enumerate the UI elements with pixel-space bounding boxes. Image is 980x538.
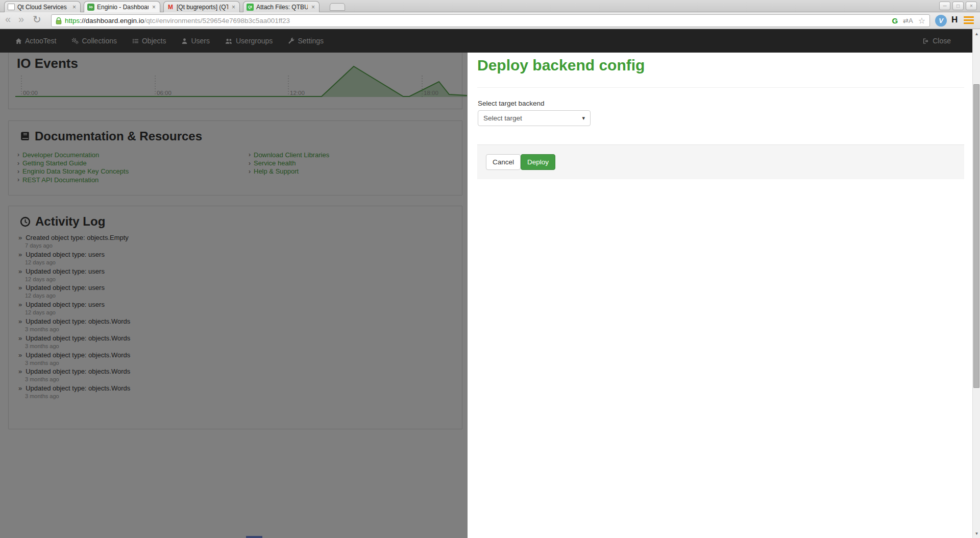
nav-label: Users — [191, 37, 210, 45]
tab-title: [Qt bugreports] (QTB — [177, 4, 228, 11]
close-window-button[interactable]: × — [966, 2, 977, 10]
new-tab-button[interactable] — [330, 3, 345, 11]
sign-out-icon — [923, 38, 929, 44]
nav-item-objects[interactable]: Objects — [132, 37, 166, 45]
maximize-button[interactable]: □ — [952, 2, 964, 10]
url-text: https://dashboard.engin.io/qtc#environme… — [65, 17, 887, 25]
browser-toolbar: « » ↻ https://dashboard.engin.io/qtc#env… — [0, 12, 980, 29]
select-value: Select target — [483, 114, 522, 122]
nav-label: Usergroups — [236, 37, 273, 45]
menu-icon[interactable] — [964, 16, 974, 26]
tab-close-icon[interactable]: × — [231, 4, 236, 11]
reload-icon[interactable]: ↻ — [33, 13, 41, 26]
nav-close-button[interactable]: Close — [923, 29, 951, 53]
nav-item-collections[interactable]: Collections — [71, 37, 116, 45]
nav-item-actootest[interactable]: ActooTest — [15, 37, 56, 45]
cogs-icon — [71, 37, 79, 44]
home-icon — [15, 38, 22, 44]
tab-title: Qt Cloud Services — [17, 4, 69, 11]
enginio-favicon-icon: io — [87, 4, 94, 11]
nav-label: ActooTest — [25, 37, 56, 45]
url-host: ://dashboard.engin.io — [80, 17, 144, 25]
gmail-favicon-icon: M — [167, 4, 174, 11]
tab-qt-cloud-services[interactable]: Qt Cloud Services × — [4, 1, 81, 12]
tab-title: Enginio - Dashboard — [97, 4, 149, 11]
minimize-button[interactable]: ─ — [939, 2, 950, 10]
scroll-down-icon[interactable]: ▼ — [973, 531, 980, 536]
tab-enginio-dashboard[interactable]: io Enginio - Dashboard × — [84, 1, 160, 12]
forward-icon[interactable]: » — [18, 13, 24, 25]
caret-down-icon: ▾ — [582, 115, 585, 121]
nav-item-usergroups[interactable]: Usergroups — [225, 37, 273, 45]
app-navbar: ActooTest Collections Objects Users — [0, 29, 972, 53]
nav-label: Settings — [298, 37, 324, 45]
target-backend-label: Select target backend — [478, 100, 545, 107]
tab-close-icon[interactable]: × — [151, 4, 157, 11]
tab-close-icon[interactable]: × — [71, 4, 77, 11]
deploy-button[interactable]: Deploy — [521, 154, 555, 170]
lock-icon — [56, 17, 62, 25]
tab-close-icon[interactable]: × — [310, 4, 316, 11]
url-path: /qtc#environments/529654e7698b3c5aa001ff… — [144, 17, 290, 25]
users-icon — [225, 38, 233, 44]
nav-item-users[interactable]: Users — [181, 37, 210, 45]
h-extension-icon[interactable]: H — [951, 15, 958, 25]
page-content: IO Events 00:00 06:00 12:00 18:00 — [0, 53, 980, 538]
tab-strip: Qt Cloud Services × io Enginio - Dashboa… — [0, 0, 980, 12]
nav-label: Objects — [142, 37, 166, 45]
cancel-button[interactable]: Cancel — [486, 154, 521, 170]
tab-qt-bugreports[interactable]: M [Qt bugreports] (QTB × — [163, 1, 240, 12]
modal-title: Deploy backend config — [477, 57, 645, 74]
back-icon[interactable]: « — [5, 13, 11, 25]
bookmark-star-icon[interactable]: ☆ — [918, 16, 925, 26]
nav-close-label: Close — [933, 37, 951, 45]
tab-title: Attach Files: QTBUG– — [256, 4, 308, 11]
scroll-up-icon[interactable]: ▲ — [973, 32, 980, 36]
qt-favicon-icon: Qt — [247, 4, 254, 11]
v-extension-icon[interactable]: V — [935, 15, 947, 27]
nav-label: Collections — [82, 37, 116, 45]
url-scheme: https — [65, 17, 80, 25]
address-bar[interactable]: https://dashboard.engin.io/qtc#environme… — [51, 14, 930, 27]
translate-icon[interactable]: ⇄A — [903, 17, 913, 25]
deploy-modal: Deploy backend config Select target back… — [468, 53, 972, 538]
g-extension-icon[interactable]: G — [892, 16, 898, 25]
divider — [477, 87, 964, 88]
bottom-scroll-indicator — [246, 536, 262, 538]
list-icon — [132, 38, 139, 44]
page-favicon-icon — [8, 4, 15, 10]
tab-attach-files[interactable]: Qt Attach Files: QTBUG– × — [243, 1, 320, 12]
wrench-icon — [288, 38, 295, 44]
browser-window: Qt Cloud Services × io Enginio - Dashboa… — [0, 0, 980, 538]
window-controls: ─ □ × — [939, 2, 977, 10]
modal-footer: Cancel Deploy — [477, 144, 964, 179]
vertical-scrollbar[interactable]: ▲ ▼ — [972, 29, 980, 538]
nav-item-settings[interactable]: Settings — [288, 37, 324, 45]
scrollbar-thumb[interactable] — [973, 84, 979, 388]
user-icon — [181, 38, 188, 44]
modal-backdrop — [0, 53, 468, 538]
target-backend-select[interactable]: Select target ▾ — [478, 110, 591, 126]
